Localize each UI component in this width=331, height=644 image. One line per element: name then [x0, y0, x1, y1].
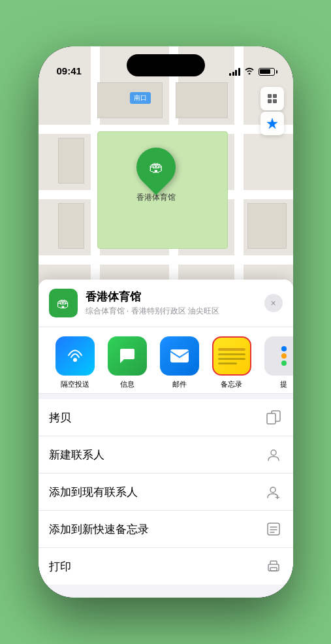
venue-subtitle: 综合体育馆 · 香港特别行政区 油尖旺区	[86, 306, 257, 317]
wifi-icon	[244, 67, 255, 76]
battery-icon	[259, 68, 275, 76]
location-card: 🏟 香港体育馆 综合体育馆 · 香港特别行政区 油尖旺区 ×	[39, 280, 293, 327]
new-contact-action[interactable]: 新建联系人	[39, 436, 293, 474]
quick-notes-icon	[264, 520, 283, 538]
airdrop-app-item[interactable]: 隔空投送	[49, 336, 101, 389]
status-icons	[229, 67, 275, 78]
svg-rect-1	[273, 94, 277, 98]
print-label: 打印	[49, 559, 71, 574]
svg-rect-5	[170, 349, 189, 362]
add-notes-label: 添加到新快速备忘录	[49, 522, 149, 537]
copy-icon	[264, 408, 283, 427]
notes-app-item[interactable]: 备忘录	[206, 336, 258, 389]
add-contact-label: 添加到现有联系人	[49, 485, 138, 500]
action-list: 拷贝 新建联系人	[39, 399, 293, 585]
map-controls	[260, 87, 284, 135]
venue-icon: 🏟	[49, 289, 78, 317]
pin-marker: 🏟	[128, 140, 183, 195]
svg-rect-17	[270, 568, 277, 571]
stadium-pin: 🏟 香港体育馆	[136, 148, 176, 203]
svg-point-4	[73, 358, 77, 362]
svg-rect-2	[268, 99, 272, 103]
new-contact-label: 新建联系人	[49, 447, 104, 462]
bottom-sheet: 🏟 香港体育馆 综合体育馆 · 香港特别行政区 油尖旺区 ×	[39, 280, 293, 598]
airdrop-label: 隔空投送	[61, 379, 89, 389]
map-layers-button[interactable]	[260, 87, 284, 110]
svg-rect-7	[267, 413, 276, 424]
messages-label: 信息	[120, 379, 134, 389]
stadium-icon: 🏟	[149, 159, 163, 176]
dynamic-island	[127, 54, 205, 76]
svg-point-9	[270, 487, 276, 492]
mail-label: 邮件	[172, 379, 187, 389]
add-to-contact-action[interactable]: 添加到现有联系人	[39, 474, 293, 511]
location-button[interactable]	[260, 112, 284, 135]
location-info: 香港体育馆 综合体育馆 · 香港特别行政区 油尖旺区	[86, 289, 257, 317]
svg-rect-3	[273, 99, 277, 103]
print-action[interactable]: 打印	[39, 548, 293, 585]
svg-rect-12	[268, 523, 279, 535]
phone-frame: 09:41	[39, 46, 293, 598]
svg-rect-0	[268, 94, 272, 98]
phone-screen: 09:41	[39, 46, 293, 598]
airdrop-icon	[55, 336, 95, 376]
copy-label: 拷贝	[49, 410, 71, 425]
notes-icon	[212, 336, 251, 376]
status-time: 09:41	[57, 65, 82, 78]
share-apps-row: 隔空投送 信息	[39, 327, 293, 394]
messages-app-item[interactable]: 信息	[101, 336, 153, 389]
close-button[interactable]: ×	[264, 294, 283, 312]
mail-icon	[160, 336, 199, 376]
more-icon	[264, 336, 293, 376]
person-icon	[264, 445, 283, 464]
svg-point-8	[271, 450, 276, 455]
map-label-tag: 南口	[130, 92, 151, 104]
more-label: 提	[280, 379, 287, 389]
add-quick-note-action[interactable]: 添加到新快速备忘录	[39, 511, 293, 548]
more-app-item[interactable]: 提	[258, 336, 293, 389]
print-icon	[264, 557, 283, 575]
copy-action[interactable]: 拷贝	[39, 399, 293, 436]
mail-app-item[interactable]: 邮件	[153, 336, 206, 389]
person-add-icon	[264, 483, 283, 501]
notes-label: 备忘录	[221, 379, 242, 389]
messages-icon	[108, 336, 147, 376]
apps-scroll: 隔空投送 信息	[39, 336, 293, 389]
signal-icon	[229, 68, 240, 76]
venue-name: 香港体育馆	[86, 289, 257, 304]
